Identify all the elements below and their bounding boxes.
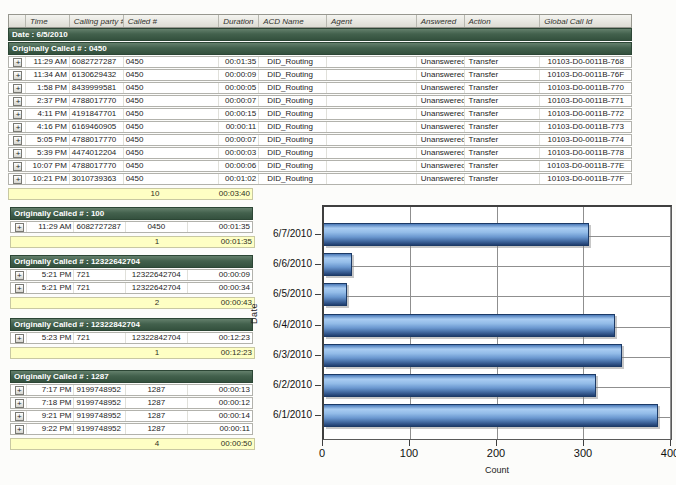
- table-row: +7:17 PM9199748952128700:00:13: [10, 384, 253, 396]
- cell-global_id: 10103-D0-0011B-77E: [539, 161, 631, 171]
- column-header-action[interactable]: Action: [464, 15, 540, 27]
- table-header-row: TimeCalling party #Called #DurationACD N…: [8, 14, 632, 28]
- expand-icon[interactable]: +: [15, 334, 24, 343]
- called-group-header[interactable]: Originally Called # : 12322842704: [10, 318, 253, 331]
- y-tick-mark: [315, 325, 321, 326]
- cell-answered: Unanswered: [416, 161, 464, 171]
- expand-icon[interactable]: +: [13, 71, 22, 80]
- cell-time: 11:29 AM: [26, 222, 74, 232]
- y-tick-label: 6/2/2010: [240, 379, 312, 390]
- cell-global_id: 10103-D0-0011B-768: [539, 57, 631, 67]
- called-group-header-0450[interactable]: Originally Called # : 0450: [8, 42, 632, 55]
- date-group-header[interactable]: Date : 6/5/2010: [8, 28, 632, 41]
- summary-spacer: [11, 298, 126, 308]
- expand-icon[interactable]: +: [13, 123, 22, 132]
- cell-calling: 6082727287: [73, 222, 125, 232]
- expand-icon[interactable]: +: [13, 110, 22, 119]
- chart-bar-6-1-2010: [324, 404, 658, 427]
- cell-duration: 00:00:12: [187, 398, 252, 408]
- cell-calling: 721: [73, 333, 125, 343]
- called-group-header[interactable]: Originally Called # : 1287: [10, 370, 253, 383]
- summary-call-count: 10: [124, 189, 186, 199]
- cell-action: Transfer: [464, 135, 540, 145]
- cell-duration: 00:00:15: [218, 109, 258, 119]
- column-header-answered[interactable]: Answered: [416, 15, 464, 27]
- y-tick-label: 6/5/2010: [240, 288, 312, 299]
- expand-icon[interactable]: +: [13, 97, 22, 106]
- y-tick-mark: [315, 264, 321, 265]
- expand-cell: +: [11, 398, 26, 408]
- y-tick-mark: [315, 355, 321, 356]
- expand-cell: +: [9, 122, 25, 132]
- cell-called: 1287: [125, 424, 186, 434]
- cell-answered: Unanswered: [416, 109, 464, 119]
- called-group-table: Originally Called # : 12322642704+5:21 P…: [10, 255, 253, 309]
- cell-agent: [326, 57, 416, 67]
- expand-icon[interactable]: +: [15, 284, 24, 293]
- cell-duration: 00:00:06: [218, 161, 258, 171]
- cell-called: 0450: [125, 222, 186, 232]
- call-detail-table: TimeCalling party #Called #DurationACD N…: [8, 14, 632, 200]
- expand-icon[interactable]: +: [13, 162, 22, 171]
- expand-icon[interactable]: +: [15, 271, 24, 280]
- cell-duration: 00:00:11: [187, 424, 252, 434]
- cell-duration: 00:00:05: [218, 83, 258, 93]
- y-tick-label: 6/1/2010: [240, 409, 312, 420]
- y-tick-label: 6/3/2010: [240, 349, 312, 360]
- cell-time: 9:22 PM: [26, 424, 74, 434]
- column-header-acd-name[interactable]: ACD Name: [258, 15, 326, 27]
- cell-answered: Unanswered: [416, 57, 464, 67]
- cell-agent: [326, 174, 416, 184]
- y-tick-label: 6/4/2010: [240, 319, 312, 330]
- expand-icon[interactable]: +: [15, 386, 24, 395]
- chart-bar-6-6-2010: [324, 253, 352, 276]
- category-gridline: [324, 266, 671, 267]
- cell-global_id: 10103-D0-0011B-770: [539, 83, 631, 93]
- summary-call-count: 1: [126, 348, 188, 358]
- y-tick-label: 6/6/2010: [240, 258, 312, 269]
- x-tick-mark: [670, 440, 671, 446]
- expand-icon[interactable]: +: [13, 149, 22, 158]
- expand-icon[interactable]: +: [15, 223, 24, 232]
- expand-cell: +: [9, 70, 25, 80]
- table-row: +5:21 PM7211232264270400:00:09: [10, 269, 253, 281]
- column-header-called[interactable]: Called #: [123, 15, 219, 27]
- called-group-header[interactable]: Originally Called # : 100: [10, 207, 253, 220]
- column-header-agent[interactable]: Agent: [326, 15, 416, 27]
- expand-icon[interactable]: +: [15, 412, 24, 421]
- category-gridline: [324, 296, 671, 297]
- column-header-duration[interactable]: Duration: [218, 15, 258, 27]
- y-tick-mark: [315, 294, 321, 295]
- cell-calling: 721: [73, 283, 125, 293]
- called-group-header[interactable]: Originally Called # : 12322642704: [10, 255, 253, 268]
- expand-cell: +: [9, 161, 25, 171]
- cell-time: 4:16 PM: [25, 122, 69, 132]
- table-row: +5:39 PM4474012204045000:00:03DID_Routin…: [8, 147, 632, 159]
- expand-icon[interactable]: +: [13, 136, 22, 145]
- cell-calling: 8439999581: [69, 83, 123, 93]
- expand-icon[interactable]: +: [15, 425, 24, 434]
- cell-agent: [326, 70, 416, 80]
- summary-spacer: [9, 189, 124, 199]
- called-group-table: Originally Called # : 1287+7:17 PM919974…: [10, 370, 253, 450]
- expand-icon[interactable]: +: [13, 175, 22, 184]
- cell-calling: 4191847701: [69, 109, 123, 119]
- column-header-global-call-id[interactable]: Global Call Id: [539, 15, 631, 27]
- expand-icon[interactable]: +: [15, 399, 24, 408]
- expand-icon[interactable]: +: [13, 84, 22, 93]
- column-header-calling-party[interactable]: Calling party #: [69, 15, 123, 27]
- cell-called: 0450: [123, 135, 219, 145]
- cell-acd: DID_Routing: [258, 70, 326, 80]
- x-tick-mark: [322, 440, 323, 446]
- cell-acd: DID_Routing: [258, 148, 326, 158]
- called-group-table: Originally Called # : 12322842704+5:23 P…: [10, 318, 253, 359]
- x-axis-title: Count: [447, 465, 547, 475]
- cell-action: Transfer: [464, 122, 540, 132]
- cell-time: 10:21 PM: [25, 174, 69, 184]
- cell-duration: 00:00:07: [218, 96, 258, 106]
- expand-icon[interactable]: +: [13, 58, 22, 67]
- expand-cell: +: [11, 385, 26, 395]
- table-body: +11:29 AM6082727287045000:01:35DID_Routi…: [8, 56, 632, 185]
- column-header-time[interactable]: Time: [25, 15, 69, 27]
- cell-time: 5:05 PM: [25, 135, 69, 145]
